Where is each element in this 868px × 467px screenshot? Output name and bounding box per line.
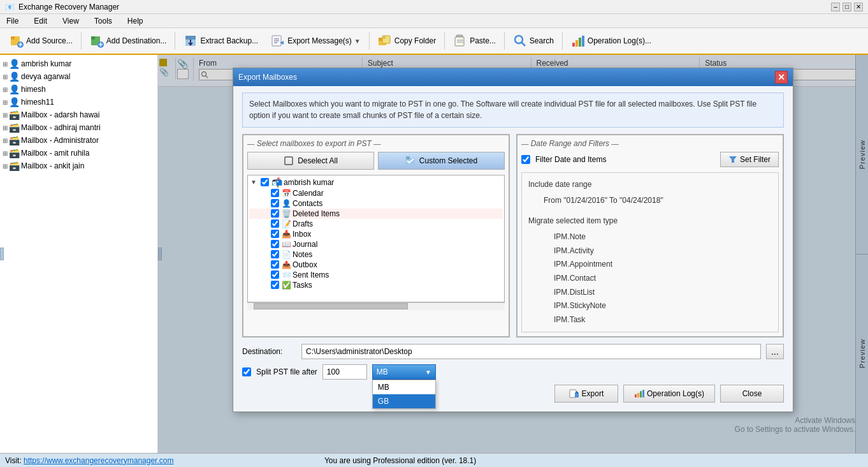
folder-outbox[interactable]: 📤 Outbox — [249, 260, 503, 270]
expand-icon[interactable]: ⊞ — [3, 99, 8, 106]
expand-icon[interactable]: ⊞ — [3, 163, 8, 170]
operation-log-button[interactable]: Operation Log(s)... — [565, 30, 657, 52]
copy-folder-button[interactable]: Copy Folder — [372, 30, 442, 52]
deleted-checkbox[interactable] — [271, 209, 279, 218]
search-button[interactable]: Search — [507, 30, 560, 52]
extract-backup-button[interactable]: Extract Backup... — [178, 30, 264, 52]
deselect-all-button[interactable]: Deselect All — [247, 152, 374, 170]
expand-icon[interactable]: ⊞ — [3, 73, 8, 80]
expand-icon[interactable]: ⊞ — [3, 86, 8, 93]
paste-button[interactable]: Paste... — [447, 30, 502, 52]
folder-drafts[interactable]: 📝 Drafts — [249, 219, 503, 229]
status-bar: Visit: https://www.exchangerecoverymanag… — [0, 453, 868, 467]
paste-icon — [453, 34, 467, 48]
filter-checkbox[interactable] — [521, 155, 530, 164]
tree-item-mailbox-admin[interactable]: ⊞ 🗃️ Mailbox - Administrator — [0, 134, 157, 147]
tasks-checkbox[interactable] — [271, 281, 279, 289]
unit-option-gb[interactable]: GB — [373, 394, 435, 408]
unit-dropdown-list[interactable]: MB GB — [372, 380, 436, 409]
tree-expand-root[interactable]: ▼ — [250, 179, 258, 186]
tree-label: himesh11 — [21, 98, 54, 107]
sent-checkbox[interactable] — [271, 271, 279, 279]
add-destination-icon: + — [90, 34, 104, 48]
menu-file[interactable]: File — [3, 15, 22, 27]
tree-item-devya[interactable]: ⊞ 👤 devya agarwal — [0, 70, 157, 83]
folder-notes[interactable]: 📄 Notes — [249, 249, 503, 260]
tree-item-mailbox-ankit[interactable]: ⊞ 🗃️ Mailbox - ankit jain — [0, 159, 157, 172]
expand-icon[interactable]: ⊞ — [3, 150, 8, 157]
svg-rect-28 — [575, 40, 578, 47]
main-area: ⊞ 👤 ambrish kumar ⊞ 👤 devya agarwal ⊞ 👤 … — [0, 55, 868, 453]
split-value-input[interactable] — [322, 364, 367, 380]
menu-edit[interactable]: Edit — [30, 15, 51, 27]
drafts-icon: 📝 — [282, 219, 291, 228]
export-message-button[interactable]: Export Message(s) ▼ — [265, 30, 366, 52]
root-checkbox[interactable] — [261, 178, 269, 186]
operation-log-dialog-button[interactable]: Operation Log(s) — [623, 385, 715, 403]
expand-icon[interactable]: ⊞ — [3, 137, 8, 144]
unit-select-display[interactable]: MB ▼ — [372, 364, 436, 380]
expand-icon[interactable]: ⊞ — [3, 61, 8, 68]
folder-contacts[interactable]: 👤 Contacts — [249, 198, 503, 209]
unit-dropdown[interactable]: MB ▼ MB GB — [372, 364, 436, 380]
add-source-button[interactable]: + Add Source... — [4, 30, 78, 52]
tree-item-mailbox-amit[interactable]: ⊞ 🗃️ Mailbox - amit ruhila — [0, 147, 157, 159]
folder-inbox[interactable]: 📥 Inbox — [249, 229, 503, 239]
drafts-checkbox[interactable] — [271, 219, 279, 228]
outbox-checkbox[interactable] — [271, 260, 279, 269]
split-checkbox[interactable] — [242, 367, 251, 376]
notes-checkbox[interactable] — [271, 250, 279, 258]
tree-item-mailbox-adhiraj[interactable]: ⊞ 🗃️ Mailbox - adhiraj mantri — [0, 121, 157, 134]
menu-tools[interactable]: Tools — [90, 15, 116, 27]
menu-help[interactable]: Help — [124, 15, 147, 27]
sep3 — [369, 32, 370, 50]
operation-log-label: Operation Log(s)... — [588, 36, 651, 45]
close-button[interactable]: ✕ — [854, 3, 863, 11]
dialog-close-button[interactable]: ✕ — [775, 71, 788, 84]
maximize-button[interactable]: □ — [843, 3, 851, 11]
tree-item-mailbox-adarsh[interactable]: ⊞ 🗃️ Mailbox - adarsh hawai — [0, 108, 157, 121]
mailbox-tree[interactable]: ▼ 📬 ambrish kumar 📅 — [247, 175, 505, 302]
mailbox-icon: 🗃️ — [9, 122, 20, 133]
browse-button[interactable]: ... — [766, 344, 784, 359]
menu-view[interactable]: View — [59, 15, 83, 27]
folder-journal[interactable]: 📖 Journal — [249, 239, 503, 249]
hscroll-thumb[interactable] — [254, 303, 408, 309]
tree-item-himesh[interactable]: ⊞ 👤 himesh — [0, 83, 157, 96]
svg-rect-18 — [379, 38, 382, 41]
folder-calendar[interactable]: 📅 Calendar — [249, 188, 503, 198]
extract-backup-icon — [184, 34, 198, 48]
folder-sent[interactable]: 📨 Sent Items — [249, 270, 503, 280]
minimize-button[interactable]: – — [831, 3, 840, 11]
set-filter-button[interactable]: Set Filter — [720, 152, 779, 167]
inbox-checkbox[interactable] — [271, 230, 279, 238]
destination-input[interactable] — [301, 344, 761, 359]
add-source-icon: + — [10, 34, 24, 48]
export-button[interactable]: Export — [554, 385, 618, 403]
sep1 — [81, 32, 82, 50]
tree-root[interactable]: ▼ 📬 ambrish kumar — [249, 177, 503, 188]
website-link[interactable]: https://www.exchangerecoverymanager.com — [24, 456, 173, 465]
folder-deleted[interactable]: 🗑️ Deleted Items — [249, 209, 503, 219]
resize-handle[interactable] — [0, 248, 4, 260]
dialog-footer: Export Operation Log(s) — [242, 380, 784, 405]
tree-label: Mailbox - ankit jain — [21, 161, 84, 170]
expand-icon[interactable]: ⊞ — [3, 112, 8, 119]
add-destination-button[interactable]: + Add Destination... — [84, 30, 173, 52]
expand-icon[interactable]: ⊞ — [3, 124, 8, 131]
close-dialog-button[interactable]: Close — [720, 385, 784, 403]
contacts-checkbox[interactable] — [271, 199, 279, 207]
folder-tasks[interactable]: ✅ Tasks — [249, 280, 503, 290]
unit-option-mb[interactable]: MB — [373, 380, 435, 394]
tree-item-ambrish[interactable]: ⊞ 👤 ambrish kumar — [0, 57, 157, 70]
svg-line-26 — [521, 42, 525, 46]
custom-selected-button[interactable]: Custom Selected — [378, 152, 505, 170]
tree-item-himesh11[interactable]: ⊞ 👤 himesh11 — [0, 96, 157, 108]
calendar-checkbox[interactable] — [271, 189, 279, 197]
export-message-dropdown-icon[interactable]: ▼ — [354, 38, 361, 45]
svg-rect-39 — [285, 157, 293, 165]
user-icon: 👤 — [9, 59, 20, 69]
tree-hscroll[interactable] — [247, 302, 505, 310]
sent-icon: 📨 — [282, 271, 291, 279]
journal-checkbox[interactable] — [271, 240, 279, 248]
